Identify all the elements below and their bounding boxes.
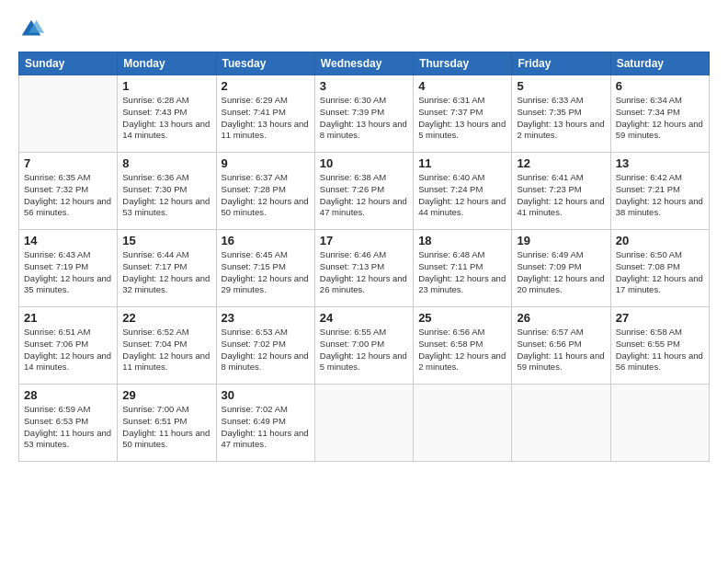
day-info: Sunrise: 6:44 AM Sunset: 7:17 PM Dayligh… <box>122 249 210 296</box>
day-number: 13 <box>616 156 704 170</box>
day-number: 4 <box>418 79 506 93</box>
day-number: 3 <box>320 79 408 93</box>
calendar-cell: 2Sunrise: 6:29 AM Sunset: 7:41 PM Daylig… <box>216 75 314 153</box>
calendar-cell: 6Sunrise: 6:34 AM Sunset: 7:34 PM Daylig… <box>610 75 709 153</box>
day-info: Sunrise: 6:48 AM Sunset: 7:11 PM Dayligh… <box>418 249 506 296</box>
calendar-cell: 27Sunrise: 6:58 AM Sunset: 6:55 PM Dayli… <box>610 307 709 385</box>
calendar-cell <box>314 385 413 462</box>
calendar-cell: 10Sunrise: 6:38 AM Sunset: 7:26 PM Dayli… <box>314 153 413 230</box>
calendar-cell: 4Sunrise: 6:31 AM Sunset: 7:37 PM Daylig… <box>414 75 512 153</box>
calendar-cell: 23Sunrise: 6:53 AM Sunset: 7:02 PM Dayli… <box>216 307 314 385</box>
calendar-cell: 30Sunrise: 7:02 AM Sunset: 6:49 PM Dayli… <box>216 385 314 462</box>
calendar-week-row: 21Sunrise: 6:51 AM Sunset: 7:06 PM Dayli… <box>19 307 710 385</box>
day-number: 19 <box>517 234 605 247</box>
calendar-cell <box>414 385 512 462</box>
calendar-cell: 24Sunrise: 6:55 AM Sunset: 7:00 PM Dayli… <box>314 307 413 385</box>
day-number: 8 <box>122 156 210 170</box>
weekday-header: Friday <box>512 52 610 75</box>
day-info: Sunrise: 6:35 AM Sunset: 7:32 PM Dayligh… <box>24 172 112 219</box>
calendar-cell: 20Sunrise: 6:50 AM Sunset: 7:08 PM Dayli… <box>610 230 709 307</box>
calendar-cell: 11Sunrise: 6:40 AM Sunset: 7:24 PM Dayli… <box>414 153 512 230</box>
calendar-cell: 21Sunrise: 6:51 AM Sunset: 7:06 PM Dayli… <box>19 307 118 385</box>
day-number: 26 <box>517 311 605 325</box>
day-number: 25 <box>418 311 506 325</box>
calendar-cell: 5Sunrise: 6:33 AM Sunset: 7:35 PM Daylig… <box>512 75 610 153</box>
day-number: 18 <box>418 234 506 247</box>
day-info: Sunrise: 6:46 AM Sunset: 7:13 PM Dayligh… <box>320 249 408 296</box>
day-number: 22 <box>122 311 210 325</box>
calendar-cell: 15Sunrise: 6:44 AM Sunset: 7:17 PM Dayli… <box>118 230 216 307</box>
day-info: Sunrise: 7:02 AM Sunset: 6:49 PM Dayligh… <box>222 404 310 451</box>
day-info: Sunrise: 6:50 AM Sunset: 7:08 PM Dayligh… <box>616 249 704 296</box>
day-info: Sunrise: 6:56 AM Sunset: 6:58 PM Dayligh… <box>418 327 506 373</box>
day-number: 2 <box>222 79 310 93</box>
weekday-header: Thursday <box>414 52 512 75</box>
day-number: 17 <box>320 234 408 247</box>
weekday-header: Sunday <box>19 52 118 75</box>
day-number: 10 <box>320 156 408 170</box>
day-info: Sunrise: 6:42 AM Sunset: 7:21 PM Dayligh… <box>616 172 704 219</box>
calendar-cell: 9Sunrise: 6:37 AM Sunset: 7:28 PM Daylig… <box>216 153 314 230</box>
day-number: 5 <box>517 79 605 93</box>
calendar-cell <box>19 75 118 153</box>
calendar-cell: 25Sunrise: 6:56 AM Sunset: 6:58 PM Dayli… <box>414 307 512 385</box>
day-info: Sunrise: 6:29 AM Sunset: 7:41 PM Dayligh… <box>222 95 310 142</box>
day-info: Sunrise: 6:38 AM Sunset: 7:26 PM Dayligh… <box>320 172 408 219</box>
day-info: Sunrise: 6:37 AM Sunset: 7:28 PM Dayligh… <box>222 172 310 219</box>
day-info: Sunrise: 6:45 AM Sunset: 7:15 PM Dayligh… <box>222 249 310 296</box>
day-number: 29 <box>122 388 210 402</box>
calendar-cell: 29Sunrise: 7:00 AM Sunset: 6:51 PM Dayli… <box>118 385 216 462</box>
calendar-cell: 7Sunrise: 6:35 AM Sunset: 7:32 PM Daylig… <box>19 153 118 230</box>
day-info: Sunrise: 6:34 AM Sunset: 7:34 PM Dayligh… <box>616 95 704 142</box>
day-info: Sunrise: 6:40 AM Sunset: 7:24 PM Dayligh… <box>418 172 506 219</box>
calendar-cell: 18Sunrise: 6:48 AM Sunset: 7:11 PM Dayli… <box>414 230 512 307</box>
day-info: Sunrise: 6:52 AM Sunset: 7:04 PM Dayligh… <box>122 327 210 373</box>
day-number: 6 <box>616 79 704 93</box>
weekday-header: Wednesday <box>314 52 413 75</box>
day-info: Sunrise: 7:00 AM Sunset: 6:51 PM Dayligh… <box>122 404 210 451</box>
page-header <box>18 17 710 42</box>
day-info: Sunrise: 6:49 AM Sunset: 7:09 PM Dayligh… <box>517 249 605 296</box>
calendar-cell: 8Sunrise: 6:36 AM Sunset: 7:30 PM Daylig… <box>118 153 216 230</box>
day-number: 14 <box>24 234 112 247</box>
calendar-cell: 1Sunrise: 6:28 AM Sunset: 7:43 PM Daylig… <box>118 75 216 153</box>
weekday-header: Tuesday <box>216 52 314 75</box>
calendar-cell: 3Sunrise: 6:30 AM Sunset: 7:39 PM Daylig… <box>314 75 413 153</box>
day-number: 28 <box>24 388 112 402</box>
day-info: Sunrise: 6:31 AM Sunset: 7:37 PM Dayligh… <box>418 95 506 142</box>
day-number: 16 <box>222 234 310 247</box>
calendar-week-row: 28Sunrise: 6:59 AM Sunset: 6:53 PM Dayli… <box>19 385 710 462</box>
calendar-header-row: SundayMondayTuesdayWednesdayThursdayFrid… <box>19 52 710 75</box>
calendar-week-row: 14Sunrise: 6:43 AM Sunset: 7:19 PM Dayli… <box>19 230 710 307</box>
day-number: 20 <box>616 234 704 247</box>
day-number: 23 <box>222 311 310 325</box>
calendar: SundayMondayTuesdayWednesdayThursdayFrid… <box>18 52 710 462</box>
calendar-cell: 14Sunrise: 6:43 AM Sunset: 7:19 PM Dayli… <box>19 230 118 307</box>
calendar-week-row: 7Sunrise: 6:35 AM Sunset: 7:32 PM Daylig… <box>19 153 710 230</box>
day-info: Sunrise: 6:43 AM Sunset: 7:19 PM Dayligh… <box>24 249 112 296</box>
calendar-cell: 16Sunrise: 6:45 AM Sunset: 7:15 PM Dayli… <box>216 230 314 307</box>
day-info: Sunrise: 6:53 AM Sunset: 7:02 PM Dayligh… <box>222 327 310 373</box>
day-number: 15 <box>122 234 210 247</box>
day-info: Sunrise: 6:59 AM Sunset: 6:53 PM Dayligh… <box>24 404 112 451</box>
calendar-cell: 26Sunrise: 6:57 AM Sunset: 6:56 PM Dayli… <box>512 307 610 385</box>
calendar-cell: 22Sunrise: 6:52 AM Sunset: 7:04 PM Dayli… <box>118 307 216 385</box>
calendar-cell: 12Sunrise: 6:41 AM Sunset: 7:23 PM Dayli… <box>512 153 610 230</box>
day-info: Sunrise: 6:36 AM Sunset: 7:30 PM Dayligh… <box>122 172 210 219</box>
day-number: 9 <box>222 156 310 170</box>
day-number: 11 <box>418 156 506 170</box>
calendar-cell: 17Sunrise: 6:46 AM Sunset: 7:13 PM Dayli… <box>314 230 413 307</box>
calendar-cell: 28Sunrise: 6:59 AM Sunset: 6:53 PM Dayli… <box>19 385 118 462</box>
calendar-cell: 13Sunrise: 6:42 AM Sunset: 7:21 PM Dayli… <box>610 153 709 230</box>
day-number: 21 <box>24 311 112 325</box>
day-info: Sunrise: 6:28 AM Sunset: 7:43 PM Dayligh… <box>122 95 210 142</box>
logo <box>18 17 48 42</box>
day-number: 12 <box>517 156 605 170</box>
day-info: Sunrise: 6:33 AM Sunset: 7:35 PM Dayligh… <box>517 95 605 142</box>
calendar-cell <box>610 385 709 462</box>
calendar-cell: 19Sunrise: 6:49 AM Sunset: 7:09 PM Dayli… <box>512 230 610 307</box>
calendar-cell <box>512 385 610 462</box>
day-info: Sunrise: 6:58 AM Sunset: 6:55 PM Dayligh… <box>616 327 704 373</box>
day-info: Sunrise: 6:55 AM Sunset: 7:00 PM Dayligh… <box>320 327 408 373</box>
day-number: 7 <box>24 156 112 170</box>
